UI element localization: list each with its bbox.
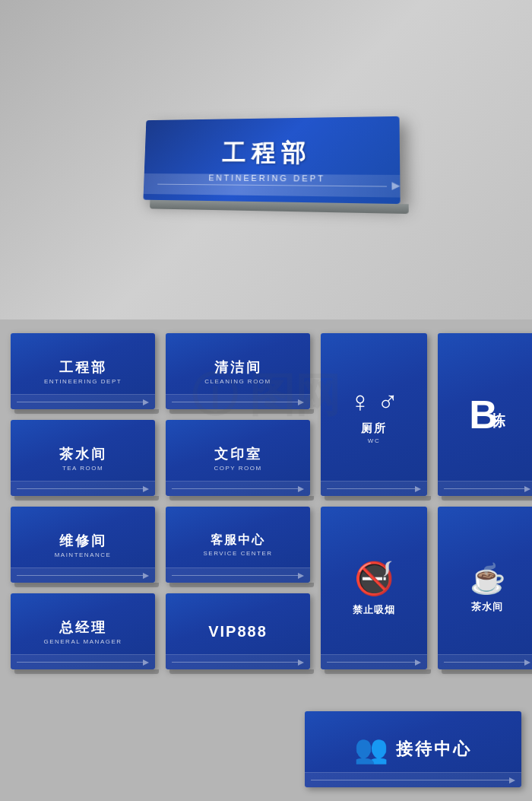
bar-arrow [298,660,304,666]
bar-line [172,662,298,663]
reception-bottom-bar [305,772,521,787]
bar-arrow [143,573,149,579]
vip-cn: VIP888 [208,623,268,640]
bar-arrow [298,486,304,492]
toilet-sign: ♀ ♂ 厕所 WC [321,333,427,496]
bar-line2 [311,780,509,780]
bar-arrow2 [509,777,515,784]
bar-line [172,488,298,489]
vip-sign: VIP888 [166,593,310,669]
tea-en: TEA ROOM [62,465,103,472]
bar-line [17,488,143,489]
hero-sign-wrapper: 工程部 ENTINEERING DEPT [143,116,400,204]
bar-line [17,402,143,402]
toilet-cn: 厕所 [361,421,387,436]
cleaning-en: CLEANING ROOM [204,378,271,385]
bar-arrow [298,399,304,405]
hero-section: ⓘ 图网 工程部 ENTINEERING DEPT [0,0,532,319]
bar-arrow [298,573,304,579]
b-row: B 栋 [469,395,505,434]
no-smoking-bottom-bar [321,654,427,669]
reception-icon: 👥 [354,733,388,765]
engineering-en: ENTINEERING DEPT [44,378,122,385]
tea-room-sign: 茶水间 TEA ROOM [11,420,155,496]
hero-sign: 工程部 ENTINEERING DEPT [143,116,400,204]
service-bottom-bar [166,567,310,583]
engineering-dept-sign: 工程部 ENTINEERING DEPT [11,333,155,409]
no-smoking-sign: 🚭 禁止吸烟 [321,507,427,669]
bar-line [327,488,415,489]
bar-line [327,662,415,663]
gm-bottom-bar [11,654,155,669]
general-manager-sign: 总经理 GENERAL MANAGER [11,593,155,669]
woman-icon: ♀ [350,386,372,418]
copy-cn: 文印室 [214,445,262,463]
b-chinese: 栋 [490,411,505,431]
maintenance-en: MAINTENANCE [55,551,112,558]
gm-en: GENERAL MANAGER [43,638,122,645]
bar-arrow [524,660,530,666]
toilet-icons: ♀ ♂ [350,386,399,418]
arrow-line [157,183,387,186]
vip-bottom-bar [166,654,310,669]
bar-arrow [143,660,149,666]
bar-arrow [143,486,149,492]
depth [14,496,159,501]
depth [169,496,314,501]
bar-line [17,662,143,663]
service-en: SERVICE CENTER [203,550,272,557]
depth [14,669,159,674]
maintenance-sign: 维修间 MAINTENANCE [11,507,155,583]
no-smoking-cn: 禁止吸烟 [353,603,395,617]
depth [442,496,532,501]
copy-bottom-bar [166,481,310,496]
bar-line [444,488,524,489]
bar-line [172,402,298,402]
bar-line [17,575,143,576]
service-center-sign: 客服中心 SERVICE CENTER [166,507,310,583]
tea-bottom-bar [11,481,155,496]
bar-line [172,575,298,576]
gm-cn: 总经理 [59,618,107,637]
no-smoking-icon: 🚭 [354,560,394,597]
maintenance-bottom-bar [11,567,155,583]
coffee-icon: ☕ [470,562,505,596]
cleaning-cn: 清洁间 [214,358,262,377]
depth [325,496,431,501]
man-icon: ♂ [377,386,399,418]
arrow-head [391,182,400,190]
service-cn: 客服中心 [211,532,265,548]
bar-arrow [415,486,421,492]
depth [442,669,532,674]
depth [325,669,431,674]
hero-sign-chinese: 工程部 [222,137,312,171]
hero-sign-strip [144,173,401,198]
copy-en: COPY ROOM [214,465,261,472]
cleaning-bottom-bar [166,394,310,409]
cleaning-room-sign: 清洁间 CLEANING ROOM [166,333,310,409]
engineering-cn: 工程部 [59,358,107,377]
tea-room2-sign: ☕ 茶水间 [438,507,532,669]
maintenance-cn: 维修间 [59,532,107,550]
bar-arrow [524,486,530,492]
reception-cn: 接待中心 [396,738,472,761]
bar-arrow [143,399,149,405]
toilet-bottom-bar [321,481,427,496]
tea-cn: 茶水间 [59,445,107,463]
tea2-cn: 茶水间 [471,600,503,614]
depth [14,409,159,414]
bar-line [444,662,524,663]
copy-room-sign: 文印室 COPY ROOM [166,420,310,496]
reception-sign: 👥 接待中心 [305,711,521,787]
depth [169,583,314,587]
toilet-en: WC [368,437,380,444]
depth [169,409,314,414]
depth [14,583,159,587]
engineering-bottom-bar [11,394,155,409]
b-building-sign: B 栋 [438,333,532,496]
depth [169,669,314,674]
tea2-bottom-bar [438,654,532,669]
b-bottom-bar [438,481,532,496]
bar-arrow [415,660,421,666]
